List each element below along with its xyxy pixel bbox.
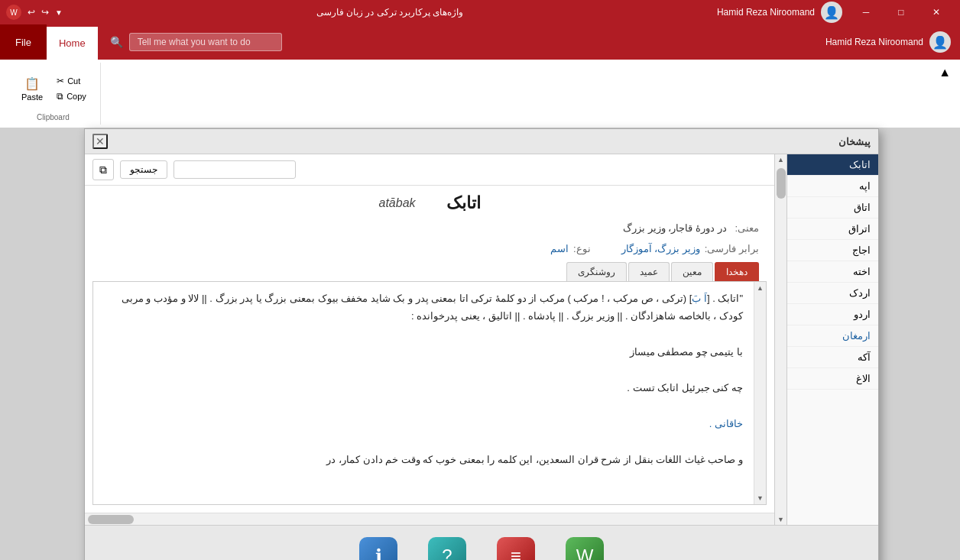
def-quote-start: "اتابک . [ [707,293,743,304]
cut-copy-group: ✂ Cut ⧉ Copy [52,74,91,103]
tab-amid[interactable]: عمید [628,262,670,281]
copy-button[interactable]: ⧉ Copy [52,89,91,103]
word-item-otrag[interactable]: اتراق [787,218,878,240]
menu-search-input[interactable] [129,33,282,51]
title-bar: W ↩ ↪ ▼ واژه‌های پرکاربرد ترکی در زبان ف… [0,0,960,24]
scroll-up-button[interactable]: ▲ [754,282,766,294]
panel-close-button[interactable]: ✕ [92,134,108,149]
pishnahad-icon: W [566,537,604,561]
type-item: نوع: اسم [550,243,591,254]
persian-equiv-item: برابر فارسی: وزیر بزرگ، آموزگار [621,243,759,254]
copy-label: Copy [66,92,86,101]
def-poem-1: با یتیمی چو مصطفی میساز [630,346,743,358]
search-icon: 🔍 [110,36,123,48]
cut-icon: ✂ [57,76,64,86]
redo-icon[interactable]: ↪ [41,7,49,18]
paste-button[interactable]: 📋 Paste [15,72,49,106]
darbare-icon: ℹ [359,537,397,561]
file-menu[interactable]: File [0,24,47,60]
minimize-button[interactable]: ─ [848,0,884,24]
clipboard-label: Clipboard [37,113,70,121]
type-label: نوع: [573,243,591,254]
persian-label: برابر فارسی: [705,243,759,254]
darbare-button[interactable]: ℹ درباره ما [359,537,397,561]
close-button[interactable]: ✕ [919,0,954,24]
paste-label: Paste [21,92,43,102]
list-scroll-up[interactable]: ▲ [776,154,786,165]
qat-dropdown-icon[interactable]: ▼ [55,8,63,17]
search-bar: جستجو ⧉ [85,154,774,186]
user-avatar: 👤 [821,2,842,23]
copy-icon: ⧉ [99,163,107,176]
h-scroll-thumb [88,515,134,524]
word-item-ake[interactable]: آکه [787,347,878,368]
home-tab[interactable]: Home [47,24,98,60]
panel-title: پیشخان [838,136,871,147]
manabe-button[interactable]: ≡ منابع [497,537,535,561]
maximize-button[interactable]: □ [884,0,919,24]
pishnahad-button[interactable]: W پیشنهاد [566,537,604,561]
paste-icon: 📋 [24,76,40,91]
info-row: برابر فارسی: وزیر بزرگ، آموزگار نوع: اسم [85,240,774,257]
word-item-otag[interactable]: اتاق [787,197,878,218]
app-icon: W [6,5,21,20]
rahnama-button[interactable]: ? راهنما [428,537,466,561]
list-scroll-down[interactable]: ▼ [776,514,786,525]
bottom-toolbar: ℹ درباره ما ? راهنما ≡ منابع W پیشنهاد [85,525,878,560]
list-scrollbar[interactable]: ▲ ▼ [774,154,786,525]
persian-value: وزیر بزرگ، آموزگار [621,243,700,254]
search-input[interactable] [174,160,296,179]
word-item-akhte[interactable]: اخته [787,261,878,283]
word-item-alag[interactable]: الاغ [787,368,878,390]
word-item-ape[interactable]: اپه [787,176,878,197]
def-text-2: و صاحب غیاث اللغات بنقل از شرح قران السع… [326,454,743,465]
def-poem-2: چه کنی جبرئیل اتابک تست . [627,382,743,393]
type-value: اسم [550,243,569,254]
menu-bar: File Home 🔍 Hamid Reza Niroomand 👤 [0,24,960,60]
title-bar-right: Hamid Reza Niroomand 👤 ─ □ ✕ [717,0,954,24]
title-bar-left: W ↩ ↪ ▼ [6,5,63,20]
clipboard-buttons: 📋 Paste ✂ Cut ⧉ Copy [15,66,91,112]
word-item-ajaj[interactable]: اجاج [787,240,878,261]
vertical-scrollbar[interactable]: ▲ ▼ [754,282,766,504]
tab-moin[interactable]: معین [671,262,713,281]
app-title: واژه‌های پرکاربرد ترکی در زبان فارسی [316,7,464,18]
def-pronunciation: اَ بَ [692,293,707,304]
cut-label: Cut [67,76,80,86]
horizontal-scrollbar[interactable] [85,513,774,525]
clipboard-group: 📋 Paste ✂ Cut ⧉ Copy Clipboard [6,63,101,125]
tab-dehkhoda[interactable]: دهخدا [715,262,759,281]
dictionary-panel: پیشخان ✕ جستجو ⧉ اتابک atābak [84,128,879,560]
ribbon-collapse-button[interactable]: ▲ [936,63,954,125]
user-area: Hamid Reza Niroomand 👤 [816,24,960,60]
undo-icon[interactable]: ↩ [28,7,35,18]
manabe-icon: ≡ [497,537,535,561]
word-item-ordk[interactable]: اردک [787,283,878,304]
username-label: Hamid Reza Niroomand [717,7,815,18]
panel-header: پیشخان ✕ [85,129,878,154]
definition-area[interactable]: "اتابک . [اَ بَ] (ترکی ، ص مرکب ، ! مرکب… [92,281,767,505]
word-item-atabak[interactable]: اتابک [787,154,878,176]
meaning-value: در دورۀ قاجار، وزیر بزرگ [623,222,726,234]
meaning-label: معنی: [735,222,759,234]
word-header: اتابک atābak [85,186,774,221]
word-list: اتابک اپه اتاق اتراق اجاج اخته اردک اردو… [786,154,878,525]
scroll-down-button[interactable]: ▼ [754,492,766,504]
list-scroll-thumb [777,168,786,199]
word-meaning: معنی: در دورۀ قاجار، وزیر بزرگ [85,221,774,240]
main-content: پیشخان ✕ جستجو ⧉ اتابک atābak [0,128,960,560]
def-text-1: ] (ترکی ، ص مرکب ، ! مرکب ) مرکب از دو ک… [122,293,743,322]
collapse-icon: ▲ [939,66,951,79]
definition-text: "اتابک . [اَ بَ] (ترکی ، ص مرکب ، ! مرکب… [93,282,766,476]
cut-button[interactable]: ✂ Cut [52,74,91,88]
dict-tabs: دهخدا معین عمید روشنگری [85,257,774,281]
tab-roshangaree[interactable]: روشنگری [566,262,627,281]
search-button[interactable]: جستجو [120,160,167,179]
copy-icon: ⧉ [57,91,63,102]
word-item-armagan[interactable]: ارمغان [787,325,878,347]
word-arabic: اتابک [446,193,481,213]
window-controls: ─ □ ✕ [848,0,954,24]
word-item-ordo[interactable]: اردو [787,304,878,325]
copy-to-clipboard-button[interactable]: ⧉ [92,159,114,180]
rahnama-icon: ? [428,537,466,561]
